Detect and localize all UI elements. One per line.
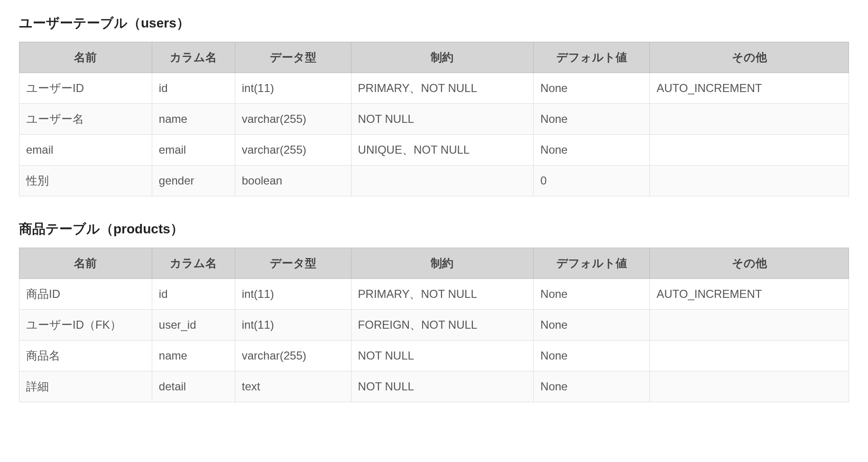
cell-other — [650, 104, 849, 135]
cell-constraint: NOT NULL — [351, 341, 534, 371]
table-row: 性別 gender boolean 0 — [19, 166, 849, 196]
table-row: 詳細 detail text NOT NULL None — [19, 371, 849, 402]
products-table: 名前 カラム名 データ型 制約 デフォルト値 その他 商品ID id int(1… — [19, 248, 849, 402]
cell-name: email — [19, 135, 152, 166]
cell-column: detail — [152, 371, 235, 402]
cell-column: id — [152, 279, 235, 310]
cell-datatype: text — [235, 371, 351, 402]
table-row: ユーザーID id int(11) PRIMARY、NOT NULL None … — [19, 73, 849, 104]
cell-datatype: int(11) — [235, 73, 351, 104]
cell-constraint — [351, 166, 534, 196]
cell-column: gender — [152, 166, 235, 196]
cell-constraint: UNIQUE、NOT NULL — [351, 135, 534, 166]
cell-default: None — [534, 341, 650, 371]
cell-other — [650, 341, 849, 371]
col-header-name: 名前 — [19, 42, 152, 73]
cell-datatype: varchar(255) — [235, 104, 351, 135]
cell-name: ユーザー名 — [19, 104, 152, 135]
cell-constraint: NOT NULL — [351, 371, 534, 402]
cell-datatype: varchar(255) — [235, 341, 351, 371]
table-row: ユーザーID（FK） user_id int(11) FOREIGN、NOT N… — [19, 310, 849, 341]
users-table-title: ユーザーテーブル（users） — [19, 14, 849, 32]
col-header-constraint: 制約 — [351, 42, 534, 73]
cell-default: None — [534, 104, 650, 135]
cell-name: 商品ID — [19, 279, 152, 310]
table-header-row: 名前 カラム名 データ型 制約 デフォルト値 その他 — [19, 42, 849, 73]
cell-datatype: varchar(255) — [235, 135, 351, 166]
col-header-other: その他 — [650, 248, 849, 279]
cell-default: None — [534, 279, 650, 310]
users-table-section: ユーザーテーブル（users） 名前 カラム名 データ型 制約 デフォルト値 そ… — [19, 14, 849, 196]
cell-other — [650, 166, 849, 196]
cell-constraint: PRIMARY、NOT NULL — [351, 279, 534, 310]
col-header-datatype: データ型 — [235, 248, 351, 279]
cell-column: id — [152, 73, 235, 104]
table-row: ユーザー名 name varchar(255) NOT NULL None — [19, 104, 849, 135]
table-header-row: 名前 カラム名 データ型 制約 デフォルト値 その他 — [19, 248, 849, 279]
col-header-other: その他 — [650, 42, 849, 73]
cell-default: None — [534, 310, 650, 341]
cell-other: AUTO_INCREMENT — [650, 279, 849, 310]
col-header-column: カラム名 — [152, 42, 235, 73]
col-header-datatype: データ型 — [235, 42, 351, 73]
cell-name: 性別 — [19, 166, 152, 196]
cell-constraint: PRIMARY、NOT NULL — [351, 73, 534, 104]
cell-column: name — [152, 341, 235, 371]
cell-other — [650, 371, 849, 402]
table-row: email email varchar(255) UNIQUE、NOT NULL… — [19, 135, 849, 166]
cell-constraint: FOREIGN、NOT NULL — [351, 310, 534, 341]
cell-datatype: int(11) — [235, 279, 351, 310]
cell-datatype: int(11) — [235, 310, 351, 341]
col-header-constraint: 制約 — [351, 248, 534, 279]
cell-name: ユーザーID — [19, 73, 152, 104]
cell-column: email — [152, 135, 235, 166]
table-row: 商品名 name varchar(255) NOT NULL None — [19, 341, 849, 371]
col-header-name: 名前 — [19, 248, 152, 279]
cell-datatype: boolean — [235, 166, 351, 196]
cell-name: ユーザーID（FK） — [19, 310, 152, 341]
cell-name: 詳細 — [19, 371, 152, 402]
cell-other: AUTO_INCREMENT — [650, 73, 849, 104]
cell-constraint: NOT NULL — [351, 104, 534, 135]
cell-default: 0 — [534, 166, 650, 196]
cell-column: user_id — [152, 310, 235, 341]
table-row: 商品ID id int(11) PRIMARY、NOT NULL None AU… — [19, 279, 849, 310]
col-header-default: デフォルト値 — [534, 248, 650, 279]
products-table-section: 商品テーブル（products） 名前 カラム名 データ型 制約 デフォルト値 … — [19, 220, 849, 402]
cell-default: None — [534, 73, 650, 104]
cell-default: None — [534, 371, 650, 402]
cell-name: 商品名 — [19, 341, 152, 371]
users-table: 名前 カラム名 データ型 制約 デフォルト値 その他 ユーザーID id int… — [19, 42, 849, 196]
col-header-column: カラム名 — [152, 248, 235, 279]
cell-other — [650, 310, 849, 341]
cell-other — [650, 135, 849, 166]
cell-column: name — [152, 104, 235, 135]
products-table-title: 商品テーブル（products） — [19, 220, 849, 238]
cell-default: None — [534, 135, 650, 166]
col-header-default: デフォルト値 — [534, 42, 650, 73]
